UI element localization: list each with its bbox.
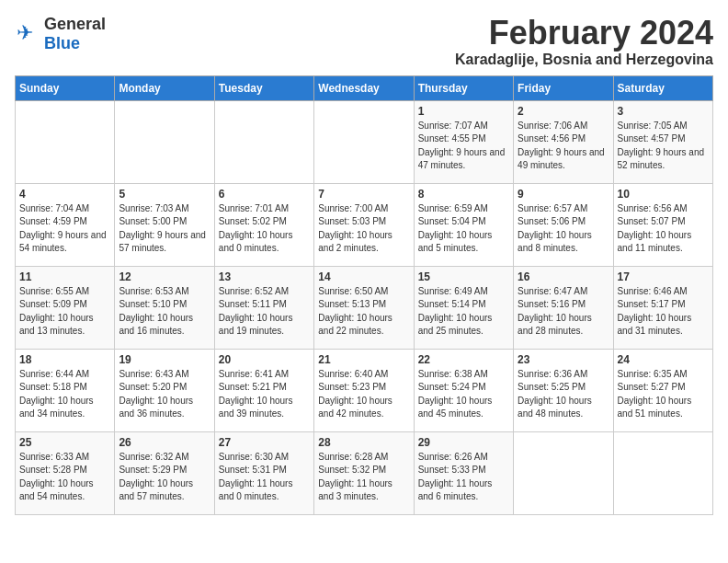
day-number: 9 <box>518 188 609 201</box>
day-number: 13 <box>219 270 310 283</box>
calendar-cell: 26Sunrise: 6:32 AMSunset: 5:29 PMDayligh… <box>115 431 214 514</box>
day-info: Sunrise: 6:52 AMSunset: 5:11 PMDaylight:… <box>219 285 310 339</box>
day-header-tuesday: Tuesday <box>214 75 313 100</box>
svg-text:✈: ✈ <box>17 21 33 44</box>
day-number: 21 <box>318 353 409 366</box>
calendar-cell: 13Sunrise: 6:52 AMSunset: 5:11 PMDayligh… <box>214 266 313 349</box>
calendar-cell <box>613 431 712 514</box>
day-info: Sunrise: 6:40 AMSunset: 5:23 PMDaylight:… <box>318 368 409 421</box>
logo: ✈ General Blue <box>15 15 106 53</box>
calendar-body: 1Sunrise: 7:07 AMSunset: 4:55 PMDaylight… <box>16 100 713 514</box>
logo-general: General <box>44 15 106 33</box>
day-number: 6 <box>219 188 310 201</box>
day-info: Sunrise: 6:33 AMSunset: 5:28 PMDaylight:… <box>19 451 110 504</box>
day-header-wednesday: Wednesday <box>314 75 414 100</box>
day-info: Sunrise: 6:28 AMSunset: 5:32 PMDaylight:… <box>318 451 409 504</box>
calendar-cell: 19Sunrise: 6:43 AMSunset: 5:20 PMDayligh… <box>115 349 214 431</box>
day-info: Sunrise: 6:53 AMSunset: 5:10 PMDaylight:… <box>119 285 210 339</box>
calendar-cell: 29Sunrise: 6:26 AMSunset: 5:33 PMDayligh… <box>414 431 513 514</box>
day-number: 27 <box>219 436 310 449</box>
day-number: 5 <box>119 188 210 201</box>
calendar-cell: 21Sunrise: 6:40 AMSunset: 5:23 PMDayligh… <box>314 349 414 431</box>
month-title: February 2024 <box>455 15 713 52</box>
day-info: Sunrise: 6:46 AMSunset: 5:17 PMDaylight:… <box>618 285 709 339</box>
location-title: Karadaglije, Bosnia and Herzegovina <box>455 52 713 68</box>
calendar-week-row: 11Sunrise: 6:55 AMSunset: 5:09 PMDayligh… <box>16 266 713 349</box>
day-number: 26 <box>119 436 210 449</box>
calendar-week-row: 25Sunrise: 6:33 AMSunset: 5:28 PMDayligh… <box>16 431 713 514</box>
logo-blue: Blue <box>44 34 80 52</box>
calendar-cell: 16Sunrise: 6:47 AMSunset: 5:16 PMDayligh… <box>514 266 613 349</box>
day-number: 2 <box>518 105 609 118</box>
day-number: 23 <box>518 353 609 366</box>
day-number: 17 <box>618 270 709 283</box>
calendar-cell: 12Sunrise: 6:53 AMSunset: 5:10 PMDayligh… <box>115 266 214 349</box>
day-number: 8 <box>418 188 509 201</box>
day-info: Sunrise: 6:43 AMSunset: 5:20 PMDaylight:… <box>119 368 210 421</box>
day-header-monday: Monday <box>115 75 214 100</box>
calendar-cell: 10Sunrise: 6:56 AMSunset: 5:07 PMDayligh… <box>613 183 712 266</box>
day-header-thursday: Thursday <box>414 75 513 100</box>
logo-icon: ✈ <box>15 21 40 47</box>
day-info: Sunrise: 6:38 AMSunset: 5:24 PMDaylight:… <box>418 368 509 421</box>
calendar-cell: 6Sunrise: 7:01 AMSunset: 5:02 PMDaylight… <box>214 183 313 266</box>
day-number: 20 <box>219 353 310 366</box>
day-number: 19 <box>119 353 210 366</box>
day-number: 1 <box>418 105 509 118</box>
calendar-cell: 22Sunrise: 6:38 AMSunset: 5:24 PMDayligh… <box>414 349 513 431</box>
header: ✈ General Blue February 2024 Karadaglije… <box>15 15 713 68</box>
day-info: Sunrise: 7:07 AMSunset: 4:55 PMDaylight:… <box>418 120 509 173</box>
day-info: Sunrise: 6:50 AMSunset: 5:13 PMDaylight:… <box>318 285 409 339</box>
calendar-cell: 18Sunrise: 6:44 AMSunset: 5:18 PMDayligh… <box>16 349 115 431</box>
day-number: 4 <box>19 188 110 201</box>
calendar-cell: 20Sunrise: 6:41 AMSunset: 5:21 PMDayligh… <box>214 349 313 431</box>
day-info: Sunrise: 7:03 AMSunset: 5:00 PMDaylight:… <box>119 202 210 256</box>
calendar-cell: 15Sunrise: 6:49 AMSunset: 5:14 PMDayligh… <box>414 266 513 349</box>
calendar-cell: 4Sunrise: 7:04 AMSunset: 4:59 PMDaylight… <box>16 183 115 266</box>
day-number: 24 <box>618 353 709 366</box>
calendar-table: SundayMondayTuesdayWednesdayThursdayFrid… <box>15 75 713 515</box>
day-info: Sunrise: 7:04 AMSunset: 4:59 PMDaylight:… <box>19 202 110 256</box>
calendar-cell <box>514 431 613 514</box>
calendar-cell <box>16 100 115 183</box>
day-number: 14 <box>318 270 409 283</box>
day-info: Sunrise: 6:49 AMSunset: 5:14 PMDaylight:… <box>418 285 509 339</box>
day-number: 10 <box>618 188 709 201</box>
day-number: 29 <box>418 436 509 449</box>
calendar-cell: 7Sunrise: 7:00 AMSunset: 5:03 PMDaylight… <box>314 183 414 266</box>
calendar-cell <box>314 100 414 183</box>
calendar-cell: 8Sunrise: 6:59 AMSunset: 5:04 PMDaylight… <box>414 183 513 266</box>
calendar-cell: 2Sunrise: 7:06 AMSunset: 4:56 PMDaylight… <box>514 100 613 183</box>
day-info: Sunrise: 6:36 AMSunset: 5:25 PMDaylight:… <box>518 368 609 421</box>
day-info: Sunrise: 6:32 AMSunset: 5:29 PMDaylight:… <box>119 451 210 504</box>
day-number: 22 <box>418 353 509 366</box>
calendar-week-row: 4Sunrise: 7:04 AMSunset: 4:59 PMDaylight… <box>16 183 713 266</box>
day-info: Sunrise: 6:57 AMSunset: 5:06 PMDaylight:… <box>518 202 609 256</box>
calendar-cell: 25Sunrise: 6:33 AMSunset: 5:28 PMDayligh… <box>16 431 115 514</box>
day-info: Sunrise: 6:35 AMSunset: 5:27 PMDaylight:… <box>618 368 709 421</box>
calendar-cell: 11Sunrise: 6:55 AMSunset: 5:09 PMDayligh… <box>16 266 115 349</box>
day-info: Sunrise: 6:44 AMSunset: 5:18 PMDaylight:… <box>19 368 110 421</box>
day-info: Sunrise: 7:00 AMSunset: 5:03 PMDaylight:… <box>318 202 409 256</box>
calendar-cell: 1Sunrise: 7:07 AMSunset: 4:55 PMDaylight… <box>414 100 513 183</box>
day-info: Sunrise: 6:41 AMSunset: 5:21 PMDaylight:… <box>219 368 310 421</box>
day-header-sunday: Sunday <box>16 75 115 100</box>
day-number: 11 <box>19 270 110 283</box>
day-number: 16 <box>518 270 609 283</box>
day-info: Sunrise: 6:47 AMSunset: 5:16 PMDaylight:… <box>518 285 609 339</box>
day-number: 18 <box>19 353 110 366</box>
calendar-cell <box>115 100 214 183</box>
calendar-cell: 3Sunrise: 7:05 AMSunset: 4:57 PMDaylight… <box>613 100 712 183</box>
calendar-cell: 28Sunrise: 6:28 AMSunset: 5:32 PMDayligh… <box>314 431 414 514</box>
calendar-cell: 5Sunrise: 7:03 AMSunset: 5:00 PMDaylight… <box>115 183 214 266</box>
day-info: Sunrise: 6:30 AMSunset: 5:31 PMDaylight:… <box>219 451 310 504</box>
calendar-header-row: SundayMondayTuesdayWednesdayThursdayFrid… <box>16 75 713 100</box>
day-number: 15 <box>418 270 509 283</box>
calendar-cell: 14Sunrise: 6:50 AMSunset: 5:13 PMDayligh… <box>314 266 414 349</box>
day-number: 7 <box>318 188 409 201</box>
calendar-cell: 27Sunrise: 6:30 AMSunset: 5:31 PMDayligh… <box>214 431 313 514</box>
calendar-cell: 23Sunrise: 6:36 AMSunset: 5:25 PMDayligh… <box>514 349 613 431</box>
day-number: 28 <box>318 436 409 449</box>
day-info: Sunrise: 6:56 AMSunset: 5:07 PMDaylight:… <box>618 202 709 256</box>
day-info: Sunrise: 6:26 AMSunset: 5:33 PMDaylight:… <box>418 451 509 504</box>
